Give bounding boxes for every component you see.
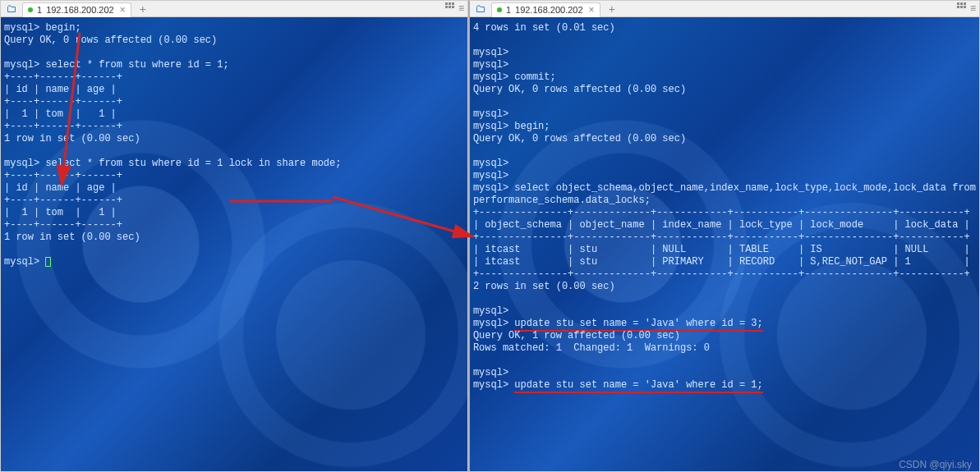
- terminal-line: | 1 | tom | 1 |: [4, 108, 464, 121]
- terminal-line: Query OK, 1 row affected (0.00 sec): [473, 330, 976, 342]
- terminal-left[interactable]: mysql> begin;Query OK, 0 rows affected (…: [1, 17, 467, 471]
- terminal-line: mysql>: [473, 108, 976, 121]
- terminal-line: +----+------+------+: [4, 121, 464, 133]
- terminal-line: | id | name | age |: [4, 182, 464, 195]
- terminal-line: mysql> select * from stu where id = 1;: [4, 59, 464, 71]
- layout-grid-icon[interactable]: [957, 2, 967, 15]
- terminal-line: +----+------+------+: [4, 219, 464, 231]
- cursor: [45, 257, 51, 267]
- status-dot-icon: [28, 7, 33, 12]
- svg-rect-8: [964, 2, 966, 5]
- terminal-line: [473, 293, 976, 305]
- tab-index: 1: [506, 5, 511, 15]
- svg-rect-6: [957, 2, 959, 5]
- new-tab-button[interactable]: +: [604, 2, 620, 16]
- svg-rect-0: [445, 2, 448, 5]
- terminal-line: 1 row in set (0.00 sec): [4, 133, 464, 145]
- terminal-line: mysql> select * from stu where id = 1 lo…: [4, 158, 464, 170]
- terminal-line: [473, 96, 976, 108]
- terminal-line: mysql> update stu set name = 'Java' wher…: [473, 318, 976, 330]
- terminal-line: | id | name | age |: [4, 84, 464, 96]
- terminal-line: | itcast | stu | PRIMARY | RECORD | S,RE…: [473, 256, 976, 268]
- left-pane: 1 192.168.200.202 × + ≡ mysql> begin;Que…: [0, 0, 468, 472]
- terminal-right[interactable]: 4 rows in set (0.01 sec) mysql>mysql>mys…: [470, 17, 979, 471]
- terminal-line: performance_schema.data_locks;: [473, 195, 976, 207]
- terminal-line: Query OK, 0 rows affected (0.00 sec): [4, 34, 464, 47]
- terminal-line: +----+------+------+: [4, 96, 464, 108]
- svg-rect-10: [960, 6, 963, 8]
- terminal-line: mysql>: [473, 367, 976, 379]
- tab-title: 192.168.200.202: [46, 5, 114, 15]
- tab-title: 192.168.200.202: [515, 5, 583, 15]
- tab-bar-left: 1 192.168.200.202 × + ≡: [1, 1, 467, 17]
- close-icon[interactable]: ×: [120, 4, 126, 16]
- watermark: CSDN @qiyi.sky: [899, 459, 972, 470]
- svg-rect-11: [964, 6, 966, 8]
- terminal-line: 2 rows in set (0.00 sec): [473, 281, 976, 293]
- terminal-line: mysql> commit;: [473, 71, 976, 84]
- terminal-line: [4, 47, 464, 59]
- svg-rect-7: [960, 2, 963, 5]
- terminal-line: mysql> begin;: [4, 22, 464, 34]
- terminal-line: 4 rows in set (0.01 sec): [473, 22, 976, 34]
- terminal-line: [4, 244, 464, 256]
- open-session-icon[interactable]: [4, 3, 19, 15]
- terminal-line: | object_schema | object_name | index_na…: [473, 219, 976, 231]
- close-icon[interactable]: ×: [589, 4, 595, 16]
- terminal-line: +---------------+-------------+---------…: [473, 268, 976, 281]
- terminal-line: +----+------+------+: [4, 170, 464, 182]
- terminal-line: Query OK, 0 rows affected (0.00 sec): [473, 84, 976, 96]
- right-pane: 1 192.168.200.202 × + ≡ 4 rows in set (0…: [468, 0, 980, 472]
- terminal-line: +----+------+------+: [4, 71, 464, 84]
- terminal-line: mysql> update stu set name = 'Java' wher…: [473, 379, 976, 392]
- terminal-line: [473, 145, 976, 158]
- terminal-line: [4, 145, 464, 158]
- terminal-line: mysql>: [4, 256, 464, 268]
- svg-rect-2: [452, 2, 454, 5]
- terminal-line: Query OK, 0 rows affected (0.00 sec): [473, 133, 976, 145]
- terminal-line: mysql>: [473, 170, 976, 182]
- session-tab-right[interactable]: 1 192.168.200.202 ×: [491, 2, 600, 17]
- terminal-line: | 1 | tom | 1 |: [4, 207, 464, 219]
- svg-rect-3: [445, 6, 448, 8]
- terminal-line: mysql>: [473, 47, 976, 59]
- session-tab-left[interactable]: 1 192.168.200.202 ×: [22, 2, 131, 17]
- svg-rect-5: [452, 6, 454, 8]
- layout-grid-icon[interactable]: [445, 2, 455, 15]
- terminal-line: [473, 355, 976, 367]
- menu-icon[interactable]: ≡: [458, 2, 464, 15]
- open-session-icon[interactable]: [473, 3, 488, 15]
- new-tab-button[interactable]: +: [135, 2, 151, 16]
- svg-rect-9: [957, 6, 959, 8]
- terminal-line: mysql> select object_schema,object_name,…: [473, 182, 976, 195]
- terminal-line: mysql>: [473, 59, 976, 71]
- terminal-line: +----+------+------+: [4, 195, 464, 207]
- terminal-line: Rows matched: 1 Changed: 1 Warnings: 0: [473, 342, 976, 355]
- terminal-line: [473, 34, 976, 47]
- tab-index: 1: [37, 5, 42, 15]
- terminal-line: mysql> begin;: [473, 121, 976, 133]
- terminal-line: | itcast | stu | NULL | TABLE | IS | NUL…: [473, 244, 976, 256]
- menu-icon[interactable]: ≡: [970, 2, 976, 15]
- tab-bar-right: 1 192.168.200.202 × + ≡: [470, 1, 979, 17]
- svg-rect-4: [449, 6, 451, 8]
- terminal-line: +---------------+-------------+---------…: [473, 231, 976, 244]
- terminal-line: mysql>: [473, 305, 976, 318]
- terminal-line: +---------------+-------------+---------…: [473, 207, 976, 219]
- terminal-line: 1 row in set (0.00 sec): [4, 231, 464, 244]
- svg-rect-1: [449, 2, 451, 5]
- terminal-line: mysql>: [473, 158, 976, 170]
- status-dot-icon: [497, 7, 502, 12]
